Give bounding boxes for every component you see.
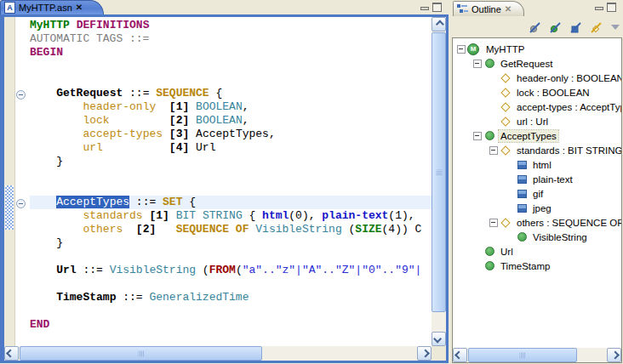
- expander-spacer: [489, 74, 500, 82]
- scroll-left-icon[interactable]: [4, 346, 19, 361]
- collapse-icon[interactable]: [472, 132, 483, 139]
- code-line[interactable]: [30, 304, 432, 318]
- outline-item-header-only[interactable]: header-only : BOOLEAN: [453, 71, 621, 85]
- expander-spacer: [489, 88, 500, 96]
- outline-item-accepttypes[interactable]: AcceptTypes: [453, 128, 621, 143]
- vertical-scroll-thumb[interactable]: [432, 32, 446, 312]
- code-line[interactable]: BEGIN: [30, 46, 432, 60]
- scroll-down-icon[interactable]: [432, 332, 446, 346]
- outline-item-label: jpeg: [531, 202, 553, 214]
- bit-icon: [516, 159, 528, 171]
- maximize-icon[interactable]: [607, 3, 616, 12]
- scroll-right-icon[interactable]: [417, 346, 432, 361]
- outline-item-lock[interactable]: lock : BOOLEAN: [453, 85, 621, 100]
- code-lines: MyHTTP DEFINITIONSAUTOMATIC TAGS ::=BEGI…: [15, 17, 432, 332]
- scrollbar-corner: [432, 346, 446, 361]
- scroll-left-icon[interactable]: [453, 348, 467, 362]
- field-icon: [500, 217, 512, 229]
- code-line[interactable]: [30, 73, 432, 87]
- outline-item-visiblestring[interactable]: VisibleString: [453, 230, 621, 244]
- code-line[interactable]: TimeStamp ::= GeneralizedTime: [30, 291, 432, 304]
- code-line[interactable]: standards [1] BIT STRING { html(0), plai…: [30, 209, 432, 223]
- annotation-ruler[interactable]: [4, 17, 15, 346]
- outline-item-gif[interactable]: gif: [453, 186, 621, 201]
- hide-types-filter-button[interactable]: [548, 20, 563, 35]
- code-line[interactable]: AcceptTypes ::= SET {: [30, 196, 432, 209]
- code-line[interactable]: [30, 168, 432, 182]
- code-line[interactable]: GetRequest ::= SEQUENCE {: [30, 87, 432, 100]
- expander-spacer: [505, 190, 516, 197]
- outline-item-timestamp[interactable]: TimeStamp: [453, 259, 621, 273]
- code-line[interactable]: [30, 60, 432, 73]
- code-line[interactable]: [30, 250, 432, 264]
- collapse-icon[interactable]: [489, 219, 500, 226]
- outline-item-jpeg[interactable]: jpeg: [453, 201, 621, 215]
- code-line[interactable]: }: [30, 236, 432, 250]
- bit-icon: [516, 173, 528, 185]
- outline-item-label: GetRequest: [499, 58, 554, 70]
- module-icon: M: [467, 43, 479, 55]
- outline-item-plain-text[interactable]: plain-text: [453, 172, 621, 186]
- code-line[interactable]: AUTOMATIC TAGS ::=: [30, 32, 432, 46]
- type-icon: [516, 231, 528, 243]
- vertical-scrollbar[interactable]: [432, 17, 446, 346]
- view-menu-icon[interactable]: [611, 25, 620, 30]
- scroll-up-icon[interactable]: [432, 17, 446, 31]
- horizontal-scrollbar[interactable]: [4, 346, 432, 361]
- outline-tree: MMyHTTPGetRequestheader-only : BOOLEANlo…: [453, 42, 621, 348]
- maximize-icon[interactable]: [432, 3, 442, 12]
- collapse-icon[interactable]: [472, 60, 483, 67]
- outline-horizontal-scrollbar[interactable]: [453, 348, 621, 362]
- code-line[interactable]: [30, 277, 432, 291]
- expander-spacer: [505, 233, 516, 241]
- code-line[interactable]: END: [30, 318, 432, 332]
- outline-item-label: standards : BIT STRING: [515, 145, 621, 156]
- outline-item-label: AcceptTypes: [499, 130, 558, 142]
- collapse-icon[interactable]: [16, 199, 26, 208]
- outline-item-label: Url: [499, 246, 515, 258]
- code-line[interactable]: MyHTTP DEFINITIONS: [30, 19, 432, 32]
- scroll-right-icon[interactable]: [607, 348, 621, 362]
- bit-icon: [516, 202, 528, 214]
- outline-item-standards[interactable]: standards : BIT STRING: [453, 143, 621, 157]
- outline-item-url[interactable]: Url: [453, 244, 621, 259]
- outline-item-label: VisibleString: [531, 231, 589, 243]
- field-icon: [500, 101, 512, 113]
- outline-item-html[interactable]: html: [453, 157, 621, 172]
- outline-item-others[interactable]: others : SEQUENCE OF: [453, 215, 621, 230]
- editor-tab-row: A MyHTTP.asn ✕: [0, 0, 450, 14]
- hide-fields-filter-button[interactable]: [589, 20, 603, 35]
- expander-spacer: [505, 161, 516, 168]
- close-icon[interactable]: ✕: [76, 3, 83, 12]
- hide-values-filter-button[interactable]: [528, 20, 542, 35]
- outline-item-accept-types[interactable]: accept-types : AcceptTypes: [453, 100, 621, 114]
- code-line[interactable]: url [4] Url: [30, 141, 432, 155]
- editor-tab-title: MyHTTP.asn: [19, 3, 72, 13]
- code-area[interactable]: MyHTTP DEFINITIONSAUTOMATIC TAGS ::=BEGI…: [15, 17, 432, 346]
- outline-item-label: gif: [531, 188, 545, 200]
- hide-bits-filter-button[interactable]: [569, 20, 583, 35]
- code-line[interactable]: accept-types [3] AcceptTypes,: [30, 128, 432, 141]
- close-icon[interactable]: ✕: [505, 5, 512, 14]
- code-line[interactable]: [30, 182, 432, 196]
- outline-item-getrequest[interactable]: GetRequest: [453, 56, 621, 71]
- collapse-icon[interactable]: [456, 45, 467, 53]
- minimize-icon[interactable]: [595, 4, 602, 11]
- minimize-icon[interactable]: [420, 4, 427, 11]
- horizontal-scroll-thumb[interactable]: [20, 346, 262, 361]
- outline-tab[interactable]: Outline ✕: [453, 1, 524, 16]
- collapse-icon[interactable]: [489, 146, 500, 154]
- editor-tab-myhttp[interactable]: A MyHTTP.asn ✕: [0, 0, 104, 14]
- collapse-icon[interactable]: [16, 90, 26, 100]
- code-line[interactable]: }: [30, 155, 432, 168]
- code-line[interactable]: header-only [1] BOOLEAN,: [30, 100, 432, 114]
- outline-scroll-thumb[interactable]: [468, 348, 577, 362]
- outline-item-url[interactable]: url : Url: [453, 114, 621, 128]
- outline-toolbar: [528, 19, 620, 36]
- expander-spacer: [472, 262, 483, 270]
- code-line[interactable]: Url ::= VisibleString (FROM("a".."z"|"A"…: [30, 264, 432, 277]
- code-line[interactable]: others [2] SEQUENCE OF VisibleString (SI…: [30, 223, 432, 236]
- code-line[interactable]: lock [2] BOOLEAN,: [30, 114, 432, 128]
- expander-spacer: [489, 103, 500, 111]
- outline-item-myhttp[interactable]: MMyHTTP: [453, 42, 621, 56]
